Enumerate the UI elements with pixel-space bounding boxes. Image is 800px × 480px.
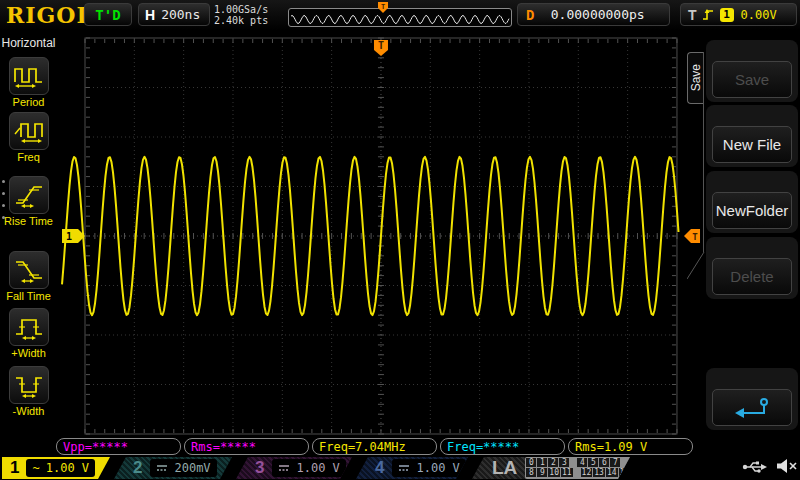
minus-width-label: -Width <box>0 405 57 417</box>
la-digit: 13 <box>593 468 605 477</box>
minus-width-icon <box>13 371 45 399</box>
menu-item-minus-width[interactable]: -Width <box>0 366 57 417</box>
graticule: T1 <box>57 30 685 438</box>
channel-3-scale: 1.00 V <box>296 461 339 475</box>
measurement-vpp: Vpp=***** <box>56 438 181 455</box>
trigger-info-badge: T 1 0.00V <box>680 3 797 26</box>
la-digit: 12 <box>581 468 593 477</box>
softkey-slot: Delete <box>706 237 798 299</box>
trigger-status-text: T'D <box>95 7 120 23</box>
new-file-button[interactable]: New File <box>712 126 792 163</box>
horizontal-timebase-badge: H 200ns <box>138 3 210 26</box>
preview-trigger-marker-icon: T <box>377 1 389 14</box>
la-digit: 14 <box>606 468 618 477</box>
usb-icon <box>742 459 768 474</box>
la-digit: 9 <box>537 468 547 477</box>
svg-text:T: T <box>381 3 385 11</box>
top-status-bar: RIGOL T'D H 200ns 1.00GSa/s 2.40k pts T … <box>0 0 800 30</box>
channel-2-scale: 200mV <box>174 461 210 475</box>
channel-status-bar: 1 ~ 1.00 V 2 200mV 3 <box>0 456 800 480</box>
trigger-source-badge: 1 <box>720 8 734 22</box>
la-digit: 2 <box>548 458 558 467</box>
menu-tab-outline <box>703 52 704 252</box>
menu-item-freq[interactable]: Freq <box>0 112 57 163</box>
softkey-slot: New File <box>706 105 798 167</box>
channel-4-badge[interactable]: 4 1.00 V <box>356 457 468 479</box>
la-digit: 15 <box>619 468 631 477</box>
freq-button[interactable] <box>9 112 49 150</box>
channel-2-badge[interactable]: 2 200mV <box>114 457 232 479</box>
channel-1-scale: 1.00 V <box>46 461 89 475</box>
menu-tab-save: Save <box>687 52 704 104</box>
trigger-level-value: 0.00V <box>741 8 777 22</box>
plus-width-label: +Width <box>0 347 57 359</box>
menu-page-dots <box>2 180 5 219</box>
svg-text:T: T <box>378 40 384 51</box>
right-soft-menu: Save Save New File NewFolder Delete <box>685 30 800 455</box>
period-label: Period <box>0 96 57 108</box>
freq-icon <box>13 117 45 145</box>
return-arrow-icon <box>731 396 773 420</box>
plus-width-button[interactable] <box>9 308 49 346</box>
ac-coupling-icon: ~ <box>32 461 39 475</box>
measurement-rms1: Rms=***** <box>184 438 309 455</box>
plus-width-icon <box>13 313 45 341</box>
period-button[interactable] <box>9 57 49 95</box>
measurement-freq1: Freq=7.04MHz <box>312 438 437 455</box>
minus-width-button[interactable] <box>9 366 49 404</box>
dc-coupling-icon <box>278 463 290 473</box>
delay-label: D <box>526 7 534 23</box>
channel-1-badge[interactable]: 1 ~ 1.00 V <box>2 457 110 479</box>
speaker-muted-icon <box>776 458 798 474</box>
return-button[interactable] <box>712 389 792 426</box>
channel-4-number: 4 <box>375 458 384 478</box>
period-icon <box>13 62 45 90</box>
menu-item-rise-time[interactable]: Rise Time <box>0 176 57 227</box>
fall-time-label: Fall Time <box>0 290 57 302</box>
la-label: LA <box>492 457 517 479</box>
dc-coupling-icon <box>398 463 410 473</box>
la-digit: 11 <box>561 468 573 477</box>
menu-item-period[interactable]: Period <box>0 57 57 108</box>
rigol-logo: RIGOL <box>6 2 93 28</box>
menu-item-fall-time[interactable]: Fall Time <box>0 251 57 302</box>
channel-2-number: 2 <box>133 458 142 478</box>
sample-rate: 1.00GSa/s <box>214 4 268 15</box>
trigger-status-badge: T'D <box>84 3 132 26</box>
memory-depth: 2.40k pts <box>214 15 268 26</box>
preview-waveform-icon <box>289 9 511 26</box>
new-folder-button[interactable]: NewFolder <box>712 192 792 229</box>
menu-item-plus-width[interactable]: +Width <box>0 308 57 359</box>
delete-button[interactable]: Delete <box>712 258 792 295</box>
la-digit: 7 <box>610 458 620 467</box>
la-digit-panel: 01234567 89101112131415 <box>525 457 632 479</box>
la-digit: 0 <box>526 458 536 467</box>
oscilloscope-screen: RIGOL T'D H 200ns 1.00GSa/s 2.40k pts T … <box>0 0 800 480</box>
channel-3-number: 3 <box>255 458 264 478</box>
la-digit: 8 <box>526 468 536 477</box>
dc-coupling-icon <box>156 463 168 473</box>
rise-time-button[interactable] <box>9 176 49 214</box>
la-digit: 6 <box>599 458 609 467</box>
la-digit: 10 <box>548 468 560 477</box>
save-button[interactable]: Save <box>712 61 792 98</box>
menu-tab-label: Save <box>689 64 703 91</box>
channel-3-badge[interactable]: 3 1.00 V <box>236 457 352 479</box>
waveform-preview-bar <box>288 8 512 27</box>
rising-edge-icon <box>702 7 715 22</box>
measure-menu-title: Horizontal <box>0 36 57 50</box>
svg-text:1: 1 <box>66 231 72 242</box>
channel-4-scale: 1.00 V <box>416 461 459 475</box>
rise-time-label: Rise Time <box>0 215 57 227</box>
la-digit: 1 <box>537 458 547 467</box>
rise-time-icon <box>13 181 45 209</box>
trigger-label: T <box>688 7 697 23</box>
softkey-slot: Save <box>706 40 798 102</box>
timebase-value: 200ns <box>161 7 200 22</box>
logic-analyzer-badge[interactable]: LA 01234567 89101112131415 <box>472 457 630 479</box>
channel-1-number: 1 <box>10 458 19 478</box>
h-label: H <box>145 7 155 23</box>
delay-badge: D 0.00000000ps <box>517 3 670 26</box>
measurement-freq2: Freq=***** <box>440 438 565 455</box>
fall-time-button[interactable] <box>9 251 49 289</box>
